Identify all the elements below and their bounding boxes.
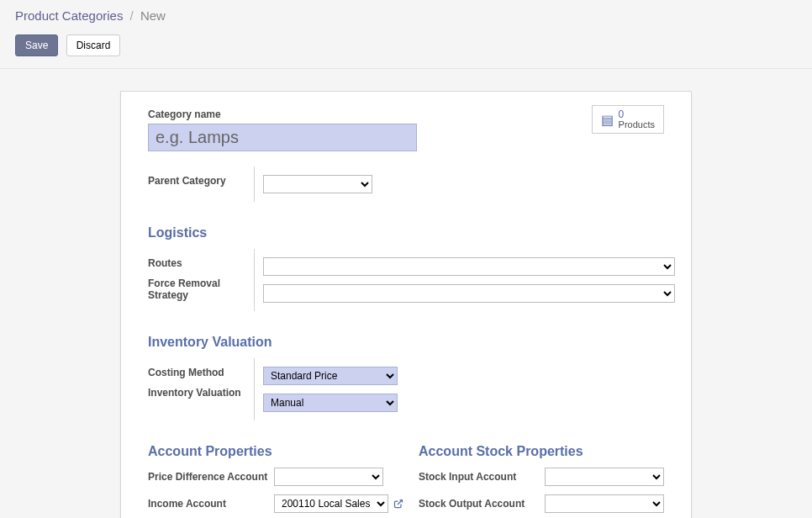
force-removal-label: Force Removal Strategy	[148, 278, 262, 301]
header-bar: Product Categories / New Save Discard	[0, 0, 812, 69]
stock-output-select[interactable]	[545, 494, 664, 513]
form-sheet: ▤ 0 Products Category name Parent Catego…	[120, 91, 692, 518]
parent-category-label: Parent Category	[148, 175, 262, 187]
costing-method-select[interactable]: Standard Price	[263, 367, 398, 385]
stock-input-label: Stock Input Account	[419, 471, 545, 483]
inventory-valuation-label: Inventory Valuation	[148, 387, 262, 399]
sheet-container: ▤ 0 Products Category name Parent Catego…	[0, 69, 812, 518]
price-diff-select[interactable]	[274, 468, 383, 486]
category-name-label: Category name	[148, 108, 664, 120]
income-account-select[interactable]: 200110 Local Sales	[274, 494, 388, 513]
products-stat-button[interactable]: ▤ 0 Products	[592, 105, 664, 134]
products-count: 0	[619, 109, 655, 119]
save-button[interactable]: Save	[15, 34, 58, 56]
products-label: Products	[619, 119, 655, 130]
price-diff-label: Price Difference Account	[148, 471, 274, 483]
inventory-valuation-heading: Inventory Valuation	[148, 335, 664, 350]
breadcrumb-parent-link[interactable]: Product Categories	[15, 8, 123, 23]
category-name-input[interactable]	[148, 124, 417, 151]
account-stock-heading: Account Stock Properties	[419, 444, 664, 459]
costing-method-label: Costing Method	[148, 367, 262, 378]
breadcrumb-current: New	[140, 8, 166, 23]
routes-label: Routes	[148, 257, 262, 269]
account-properties-heading: Account Properties	[148, 444, 393, 459]
list-icon: ▤	[601, 112, 612, 128]
svg-line-0	[398, 500, 403, 505]
external-link-icon[interactable]	[393, 499, 403, 509]
logistics-heading: Logistics	[148, 225, 664, 240]
parent-category-select[interactable]	[263, 175, 372, 193]
income-account-label: Income Account	[148, 498, 274, 510]
discard-button[interactable]: Discard	[66, 34, 121, 56]
breadcrumb-separator: /	[130, 8, 134, 23]
breadcrumb: Product Categories / New	[15, 8, 797, 23]
inventory-valuation-select[interactable]: Manual	[263, 394, 398, 412]
routes-select[interactable]	[263, 257, 675, 276]
stock-input-select[interactable]	[545, 468, 664, 486]
stock-output-label: Stock Output Account	[419, 498, 545, 510]
action-buttons: Save Discard	[15, 34, 797, 56]
force-removal-select[interactable]	[263, 284, 675, 303]
